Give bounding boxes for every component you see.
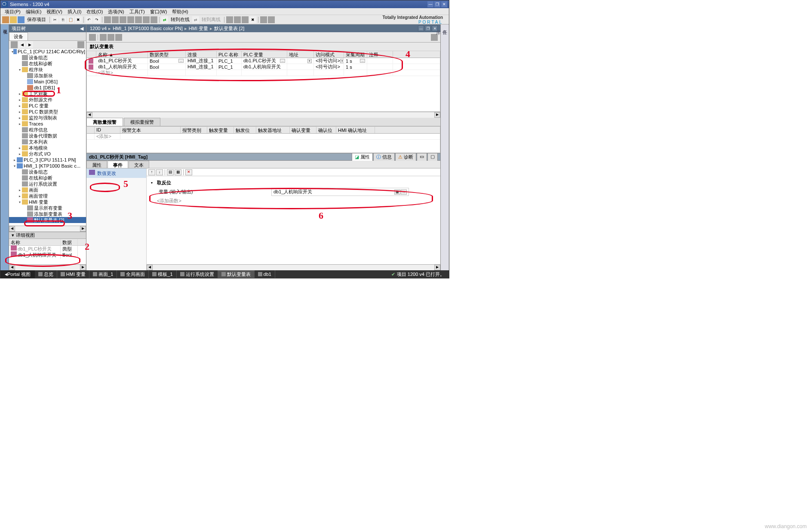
tb-icon-3[interactable] [120, 16, 126, 23]
tab-global[interactable]: 全局画面 [117, 270, 149, 278]
tree-item[interactable]: ▸PLC 变量 [9, 103, 86, 109]
tree-item[interactable]: 程序信息 [9, 127, 86, 133]
tree-fwd-icon[interactable]: ▶ [26, 41, 33, 48]
menu-window[interactable]: 窗口(W) [147, 8, 170, 15]
event-hscroll[interactable]: ◀ ▶ [147, 264, 440, 270]
ac-id[interactable]: ID [95, 127, 120, 133]
scroll-left-icon[interactable]: ◀ [147, 265, 153, 270]
tab-overview[interactable]: 总览 [35, 270, 57, 278]
tree-item[interactable]: ▸监控与强制表 [9, 115, 86, 121]
dropdown-icon[interactable]: ▾ [307, 59, 312, 63]
paste-icon[interactable]: 📋 [67, 16, 74, 23]
tb-icon-8[interactable] [226, 16, 233, 23]
tab-analog[interactable]: 模拟量报警 [124, 118, 160, 126]
col-plcname[interactable]: PLC 名称 [217, 51, 242, 58]
add-row[interactable]: <添加> [87, 134, 440, 140]
tree-item[interactable]: 设备代理数据 [9, 133, 86, 139]
tree-caret-icon[interactable]: ▾ [18, 200, 22, 204]
collapse-icon[interactable]: ◀ [80, 26, 83, 31]
tree-item[interactable]: ▾HMI_1 [KTP1000 Basic c... [9, 163, 86, 169]
scroll-right-icon[interactable]: ▶ [80, 226, 86, 232]
add-func[interactable]: <添加函数> [157, 198, 181, 204]
col-type[interactable]: 数据类型 [148, 51, 186, 58]
scroll-left-icon[interactable]: ◀ [86, 112, 92, 118]
bc-min-icon[interactable]: — [418, 25, 424, 31]
go-online-icon[interactable]: ⇄ [161, 16, 168, 23]
tree-item[interactable]: ▸PLC_3 [CPU 1511-1 PN] [9, 157, 86, 163]
col-name[interactable]: 名称 ▲ [96, 51, 148, 58]
tree-nav-1[interactable] [11, 41, 18, 48]
tree-item[interactable]: db1 [DB1] [9, 85, 86, 91]
ed-tb-1[interactable] [89, 34, 96, 41]
tb-icon-2[interactable] [112, 16, 119, 23]
bc-max-icon[interactable]: ❐ [425, 25, 431, 31]
tab-template[interactable]: 模板_1 [149, 270, 176, 278]
tab-db1[interactable]: db1 [255, 270, 275, 278]
event-value-change[interactable]: 数值更改 [86, 168, 146, 178]
tab-diag[interactable]: ⚠ 诊断 [395, 153, 416, 161]
tb-icon-4[interactable] [127, 16, 134, 23]
right-sidebar[interactable]: 任务 库 [440, 24, 449, 270]
tree-nav-r[interactable] [77, 41, 84, 48]
go-offline-icon[interactable]: ⇄ [192, 16, 199, 23]
menu-online[interactable]: 在线(O) [84, 8, 105, 15]
undo-icon[interactable]: ↶ [86, 16, 92, 23]
tree-caret-icon[interactable]: ▸ [18, 122, 22, 126]
collapse-icon[interactable]: ▦ [175, 169, 181, 175]
table-row[interactable]: db1_人机响应开关 Bool HMI_连接_1 PLC_1 db1.人机响应开… [87, 64, 440, 70]
menu-tools[interactable]: 工具(T) [127, 8, 147, 15]
tb-icon-9[interactable] [234, 16, 241, 23]
tree-item[interactable]: ▸画面 [9, 187, 86, 193]
menu-options[interactable]: 选项(N) [105, 8, 126, 15]
detail-hscroll[interactable]: ◀ ▶ [9, 264, 86, 270]
tree-item[interactable]: ▸PLC 数据类型 [9, 109, 86, 115]
tree-caret-icon[interactable]: ▸ [18, 116, 22, 120]
subtab-events[interactable]: 事件 [108, 161, 128, 168]
ed-tb-3[interactable] [108, 34, 114, 41]
tree-caret-icon[interactable]: ▸ [18, 146, 22, 150]
go-online-label[interactable]: 转到在线 [169, 16, 191, 23]
col-conn[interactable]: 连接 [186, 51, 217, 58]
crumb-2[interactable]: HMI 变量 [188, 25, 209, 32]
col-cycle[interactable]: 采集周期 [344, 51, 367, 58]
menu-help[interactable]: 帮助(H) [169, 8, 190, 15]
tree-item[interactable]: ▾HMI 变量 [9, 199, 86, 205]
props-collapse-icon[interactable]: ▭ [417, 153, 427, 161]
tb-icon-11[interactable]: ✖ [249, 16, 256, 23]
tree-item[interactable]: Main [OB1] [9, 79, 86, 85]
minimize-btn[interactable]: — [427, 1, 433, 7]
menu-edit[interactable]: 编辑(E) [23, 8, 44, 15]
tb-icon-10[interactable] [242, 16, 249, 23]
tree-item[interactable]: 文本列表 [9, 139, 86, 145]
copy-icon[interactable]: ⎘ [59, 16, 66, 23]
tree-caret-icon[interactable]: ▸ [18, 104, 22, 108]
new-project-icon[interactable] [2, 16, 9, 23]
tab-discrete[interactable]: 离散量报警 [86, 118, 123, 126]
tree-item[interactable]: 添加新变量表 [9, 211, 86, 217]
ac-text[interactable]: 报警文本 [120, 127, 181, 133]
tb-icon-12[interactable] [260, 16, 267, 23]
dropdown-icon[interactable]: ... [360, 59, 365, 63]
tree-item[interactable]: ▸画面管理 [9, 193, 86, 199]
tb-icon-7[interactable] [151, 16, 157, 23]
tree-item[interactable]: ▸工艺对象 [9, 91, 86, 97]
tree-item[interactable]: ▾程序块 [9, 67, 86, 73]
crumb-3[interactable]: 默认变量表 [2] [213, 25, 245, 32]
ed-tb-2[interactable] [100, 34, 107, 41]
picker-icon[interactable]: ▦ [394, 190, 400, 195]
tree-caret-icon[interactable]: ▸ [12, 158, 17, 162]
menu-view[interactable]: 视图(V) [44, 8, 65, 15]
tab-tagtable[interactable]: 默认变量表 [218, 270, 255, 278]
tree-item[interactable]: 设备组态 [9, 169, 86, 175]
scroll-right-icon[interactable]: ▶ [80, 265, 86, 270]
ac-ackbit[interactable]: 确认位 [316, 127, 336, 133]
ac-trigaddr[interactable]: 触发器地址 [256, 127, 290, 133]
dropdown-icon[interactable]: ... [178, 59, 184, 63]
col-addr[interactable]: 地址 [287, 51, 314, 58]
delete-icon[interactable]: ✖ [75, 16, 82, 23]
col-note[interactable]: 注释 [367, 51, 393, 58]
tree-caret-icon[interactable]: ▸ [18, 194, 22, 198]
crumb-0[interactable]: 1200 v4 [89, 26, 108, 31]
col-plctag[interactable]: PLC 变量 [242, 51, 287, 58]
tree-caret-icon[interactable]: ▸ [18, 188, 22, 192]
